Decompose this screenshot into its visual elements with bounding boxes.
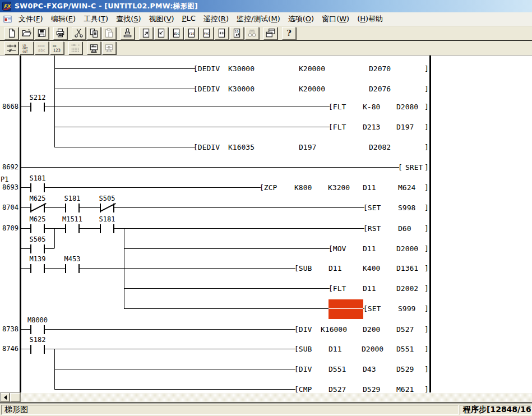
scrollbar-thumb[interactable] (10, 393, 20, 402)
instruction-text[interactable]: [ZCP (260, 183, 277, 192)
toolbar-button-monitor-start[interactable] (87, 41, 101, 54)
toolbar-button-window-cascade[interactable] (263, 27, 277, 40)
instruction-text[interactable]: D2082 (369, 143, 391, 151)
toolbar-button-register-view[interactable] (68, 41, 82, 54)
instruction-text[interactable]: D2076 (369, 85, 391, 93)
instruction-text[interactable]: [MOV (329, 244, 346, 253)
instruction-text[interactable]: ] (424, 143, 429, 151)
instruction-text[interactable]: [CMP (294, 385, 312, 392)
menu-item-工具T[interactable]: 工具(T) (80, 13, 112, 25)
toolbar-button-find-device[interactable]: Y10 (184, 27, 198, 40)
instruction-text[interactable]: [DIV (294, 365, 312, 373)
instruction-text[interactable]: D197 (396, 123, 414, 131)
instruction-text[interactable]: ] (424, 64, 429, 73)
instruction-text[interactable]: M624 (398, 183, 415, 192)
instruction-text[interactable]: D529 (363, 385, 380, 392)
instruction-text[interactable]: D11 (363, 183, 376, 192)
ladder-canvas[interactable]: S212S181M625S181S505M625M1511S181S505M13… (0, 56, 532, 392)
document-icon[interactable] (3, 15, 12, 24)
instruction-text[interactable]: [FLT (329, 284, 346, 293)
menu-item-文件F[interactable]: 文件(F) (15, 13, 47, 25)
instruction-text[interactable]: D2000 (362, 345, 383, 353)
toolbar-button-page-next[interactable] (154, 27, 168, 40)
instruction-text[interactable]: K3200 (328, 183, 350, 192)
contact-M8000[interactable] (30, 325, 45, 334)
toolbar-button-cut[interactable] (72, 27, 86, 40)
instruction-text[interactable]: K-80 (363, 103, 380, 111)
toolbar-button-find-text[interactable]: abc (169, 27, 183, 40)
instruction-text[interactable]: ] (424, 345, 429, 353)
instruction-text[interactable]: D2000 (396, 244, 418, 253)
instruction-text[interactable]: ] (424, 224, 429, 233)
contact-S181[interactable] (65, 204, 80, 212)
contact-S181[interactable] (30, 183, 45, 192)
toolbar-button-find[interactable] (245, 27, 259, 40)
instruction-text[interactable]: D11 (329, 345, 341, 353)
instruction-text[interactable]: D2070 (369, 64, 391, 73)
toolbar-button-page-prev[interactable] (139, 27, 153, 40)
instruction-text[interactable]: ] (424, 103, 429, 111)
instruction-text[interactable]: [FLT (329, 123, 346, 131)
menu-item-监控测试M[interactable]: 监控/测试(M) (233, 13, 284, 25)
contact-S182[interactable] (30, 345, 45, 354)
toolbar-button-open[interactable] (20, 27, 34, 40)
instruction-text[interactable]: D11 (363, 284, 376, 293)
contact-M625[interactable] (30, 224, 45, 233)
instruction-text[interactable]: K16000 (321, 325, 347, 334)
instruction-text[interactable]: K30000 (228, 85, 255, 93)
instruction-text[interactable]: D43 (363, 365, 376, 373)
instruction-text[interactable]: [RST (363, 224, 381, 233)
instruction-text[interactable]: K800 (294, 183, 312, 192)
menu-item-H帮助[interactable]: (H)帮助 (353, 13, 387, 25)
contact-M1511[interactable] (65, 224, 80, 233)
scroll-left-arrow-icon[interactable] (1, 393, 10, 402)
contact-S505[interactable] (30, 244, 45, 253)
instruction-text[interactable]: D551 (396, 345, 414, 353)
toolbar-button-device-name-view[interactable]: X000abc (35, 41, 49, 54)
instruction-text[interactable]: K16035 (228, 143, 255, 151)
instruction-text[interactable]: ] (424, 244, 429, 253)
toolbar-button-find-instruction[interactable]: FNC (200, 27, 214, 40)
horizontal-scrollbar[interactable] (0, 392, 532, 402)
instruction-text[interactable]: D197 (299, 143, 316, 151)
instruction-text[interactable]: [SET (363, 304, 381, 313)
instruction-text[interactable]: ] (424, 304, 429, 313)
toolbar-button-comment-view[interactable]: D0123 (50, 41, 64, 54)
toolbar-button-new[interactable] (4, 27, 18, 40)
instruction-text[interactable]: D529 (396, 365, 414, 373)
instruction-text[interactable]: D213 (363, 123, 380, 131)
instruction-text[interactable]: K20000 (299, 85, 325, 93)
toolbar-button-convert[interactable] (121, 27, 135, 40)
toolbar-button-help[interactable]: ? (282, 27, 296, 40)
contact-S212[interactable] (30, 103, 45, 112)
instruction-text[interactable]: [ (398, 163, 403, 172)
toolbar-button-monitor-stop[interactable] (102, 41, 116, 54)
instruction-text[interactable]: K20000 (299, 64, 325, 73)
instruction-text[interactable]: ] (424, 264, 429, 272)
instruction-text[interactable]: ] (424, 365, 429, 373)
toolbar-button-save[interactable] (35, 27, 49, 40)
instruction-text[interactable]: D11 (363, 244, 376, 253)
instruction-text[interactable]: D60 (398, 224, 411, 233)
menu-item-PLC[interactable]: PLC (178, 13, 200, 25)
toolbar-button-ladder-view[interactable] (4, 41, 18, 54)
instruction-text[interactable]: D11 (329, 264, 341, 272)
instruction-text[interactable]: M621 (396, 385, 414, 392)
instruction-text[interactable]: ] (424, 204, 429, 212)
instruction-text[interactable]: ] (424, 284, 429, 293)
instruction-text[interactable]: K30000 (228, 64, 255, 73)
instruction-text[interactable]: D527 (329, 385, 346, 392)
instruction-text[interactable]: [DEDIV (193, 143, 220, 151)
instruction-text[interactable]: D527 (396, 325, 414, 334)
instruction-text[interactable]: D200 (363, 325, 380, 334)
contact-M139[interactable] (30, 264, 45, 273)
instruction-text[interactable]: [DEDIV (193, 64, 220, 73)
instruction-text[interactable]: D551 (329, 365, 346, 373)
toolbar-button-print[interactable] (53, 27, 67, 40)
instruction-text[interactable]: [SUB (294, 345, 312, 353)
contact-S181[interactable] (100, 224, 114, 233)
toolbar-button-instruction-list-view[interactable]: LDORIOUT (20, 41, 34, 54)
instruction-text[interactable]: ] (424, 183, 429, 192)
instruction-text[interactable]: [SUB (294, 264, 312, 272)
instruction-text[interactable]: ] (424, 85, 429, 93)
